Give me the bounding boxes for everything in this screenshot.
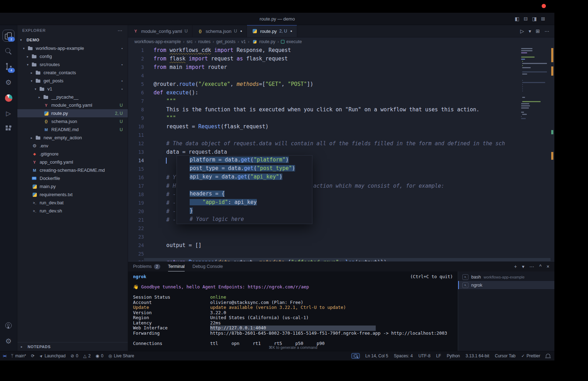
extension-logo-activity-button[interactable] — [1, 90, 16, 106]
md-icon — [31, 168, 38, 173]
tree-item-schema.json[interactable]: schema.jsonU — [17, 117, 128, 125]
toggle-sidebar-icon[interactable]: ◧ — [515, 16, 519, 22]
breadcrumb-item-routes[interactable]: routes — [198, 39, 211, 44]
tab-label: schema.json — [206, 29, 231, 34]
notepads-section[interactable]: ▸ NOTEPADS — [17, 342, 128, 351]
terminal-view[interactable]: ngrok(Ctrl+C to quit)👋 Goodbye tunnels, … — [128, 271, 458, 351]
indentation[interactable]: Spaces: 4 — [394, 353, 413, 358]
more-icon[interactable]: ⋯ — [529, 264, 534, 269]
tab-route.py[interactable]: route.py2, U● — [247, 25, 297, 37]
chevron-down-icon[interactable]: ▾ — [529, 28, 531, 34]
tab-git-suffix: U — [185, 29, 188, 34]
live-share-button[interactable]: ◎Live Share — [108, 353, 134, 358]
text-cursor — [166, 158, 167, 164]
tree-item-run_dev.sh[interactable]: run_dev.sh — [17, 207, 128, 215]
branch-status[interactable]: ᛘmain* — [11, 353, 26, 358]
line-number: 4 — [128, 71, 144, 80]
errors-status[interactable]: ⊘0 — [70, 353, 78, 358]
warnings-status[interactable]: △2 — [83, 353, 91, 358]
tree-item-.gitignore[interactable]: .gitignore — [17, 150, 128, 158]
tree-item-creating-schemas-README.md[interactable]: creating-schemas-README.md — [17, 166, 128, 174]
breadcrumb-item-workflows-app-example[interactable]: workflows-app-example — [134, 39, 181, 44]
md-icon — [43, 127, 49, 133]
tree-item-create_contacts[interactable]: ▸create_contacts — [17, 69, 128, 77]
customize-layout-icon[interactable]: ⊞ — [541, 16, 545, 22]
tree-item-requirements.txt[interactable]: requirements.txt — [17, 190, 128, 199]
account-activity-button[interactable] — [1, 318, 16, 333]
tree-item-get_posts[interactable]: ▾get_posts● — [17, 77, 128, 85]
python-interpreter[interactable]: 3.13.1 64-bit — [466, 353, 489, 358]
extensions-activity-button[interactable] — [1, 121, 16, 137]
breadcrumb-item-src[interactable]: src — [186, 39, 192, 44]
tree-item-new_empty_action[interactable]: ▸new_empty_action — [17, 134, 128, 142]
toggle-secondary-sidebar-icon[interactable]: ◨ — [532, 16, 537, 22]
settings-activity-button[interactable] — [1, 333, 16, 349]
tools-activity-button[interactable] — [1, 75, 16, 90]
search-toggle[interactable] — [351, 353, 360, 359]
sync-button[interactable]: ⟳ — [31, 353, 35, 358]
tree-item-config[interactable]: ▸config — [17, 52, 128, 60]
tree-item-workflows-app-example[interactable]: ▾workflows-app-example● — [17, 44, 128, 52]
desktop: route.py — demo ◧⊟◨⊞ 24 EXPLORER ⋯ ▾ DEM… — [0, 0, 588, 381]
session-label: bash — [471, 275, 481, 280]
inline-suggestion[interactable]: platform = data.get("platform")post_type… — [177, 155, 312, 224]
notifications-bell[interactable] — [546, 354, 550, 357]
maximize-icon[interactable]: ^ — [539, 264, 542, 269]
tree-item-v1[interactable]: ▾v1● — [17, 85, 128, 93]
tree-item-run_dev.bat[interactable]: run_dev.bat — [17, 199, 128, 207]
modified-dot: ● — [121, 47, 123, 49]
close-icon[interactable]: × — [547, 264, 549, 269]
line-number: 21 — [128, 216, 144, 224]
line-number: 7 — [128, 97, 144, 105]
ports-status[interactable]: ◉0 — [96, 353, 103, 358]
remote-indicator[interactable]: >< — [3, 354, 6, 358]
terminal-session-bash[interactable]: >_bashworkflows-app-example — [458, 273, 554, 281]
minimap[interactable] — [521, 48, 549, 120]
explorer-activity-button[interactable]: 2 — [1, 28, 16, 43]
status-bar-left: ><ᛘmain*⟳➤Launchpad⊘0△2◉0◎Live Share — [3, 353, 139, 358]
cursor-position[interactable]: Ln 14, Col 5 — [365, 353, 388, 358]
prettier-status[interactable]: ✓Prettier — [521, 353, 540, 358]
recording-indicator — [542, 4, 546, 8]
tree-item-README.md[interactable]: README.mdU — [17, 125, 128, 134]
source-control-activity-button[interactable]: 4 — [1, 59, 16, 75]
tree-item-src/routes[interactable]: ▾src/routes● — [17, 60, 128, 69]
encoding[interactable]: UTF-8 — [419, 353, 431, 358]
split-editor-icon[interactable]: ⊞ — [536, 28, 540, 34]
breadcrumb-item-get_posts[interactable]: get_posts — [216, 39, 235, 44]
tab-schema.json[interactable]: schema.jsonU● — [192, 25, 247, 37]
panel-tab-Terminal[interactable]: Terminal — [168, 262, 185, 271]
cursor-tab[interactable]: Cursor Tab — [495, 353, 515, 358]
tree-item-.env[interactable]: .env — [17, 142, 128, 150]
more-icon[interactable]: ⋯ — [544, 28, 549, 34]
eol[interactable]: LF — [436, 353, 441, 358]
breadcrumb-item-route.py[interactable]: route.py — [252, 39, 275, 45]
tree-item-route.py[interactable]: route.py2, U — [17, 109, 128, 117]
run-debug-activity-button[interactable] — [1, 106, 16, 121]
terminal-session-ngrok[interactable]: >_ngrok — [458, 281, 554, 289]
chevron-icon: ▾ — [27, 63, 31, 66]
panel-tab-Debug Console[interactable]: Debug Console — [192, 262, 223, 271]
section-header-demo[interactable]: ▾ DEMO — [17, 36, 128, 44]
panel-tab-Problems[interactable]: Problems2 — [133, 262, 160, 271]
tab-module_config.yaml[interactable]: module_config.yamlU — [128, 25, 192, 37]
title-bar[interactable]: route.py — demo ◧⊟◨⊞ — [0, 13, 554, 25]
tree-item-main.py[interactable]: main.py — [17, 182, 128, 190]
breadcrumb-separator: › — [237, 39, 239, 44]
more-actions-icon[interactable]: ⋯ — [117, 28, 123, 33]
add-icon[interactable]: + — [514, 264, 517, 269]
breadcrumb-item-execute[interactable]: execute — [281, 39, 302, 44]
search-activity-button[interactable] — [1, 43, 16, 59]
launchpad-button[interactable]: ➤Launchpad — [40, 353, 66, 358]
tree-item-module_config.yaml[interactable]: module_config.yamlU — [17, 101, 128, 109]
tree-item-__pycache__[interactable]: ▸__pycache__ — [17, 93, 128, 101]
language-mode[interactable]: Python — [447, 353, 460, 358]
chevron-down-icon[interactable]: ▾ — [522, 264, 524, 269]
tree-item-app_config.yaml[interactable]: app_config.yaml — [17, 158, 128, 166]
code-editor[interactable]: 1from workflows_cdk import Response, Req… — [128, 46, 554, 261]
toggle-panel-icon[interactable]: ⊟ — [524, 16, 528, 22]
tree-item-Dockerfile[interactable]: Dockerfile — [17, 174, 128, 182]
breadcrumb-item-v1[interactable]: v1 — [241, 39, 246, 44]
run-icon[interactable]: ▷ — [520, 28, 524, 34]
chevron-icon: ▸ — [39, 95, 43, 99]
